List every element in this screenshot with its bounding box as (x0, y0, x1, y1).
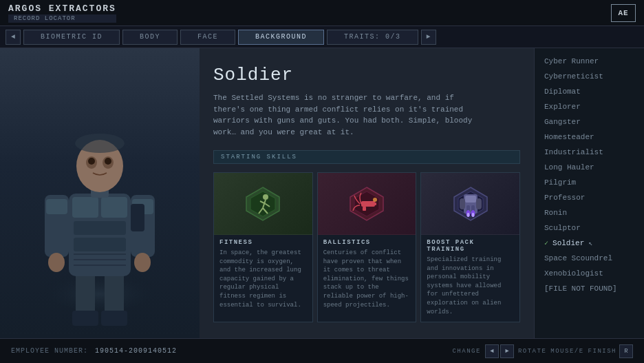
mouse-label: MOUSE/E (550, 348, 583, 355)
nav-right-arrow[interactable]: ► (421, 30, 436, 45)
info-panel: Soldier The Settled Systems is no strang… (200, 48, 534, 338)
record-locator: RECORD LOCATOR (8, 14, 116, 23)
employee-number-area: EMPLOYEE NUMBER: 190514-2009140512 (11, 347, 177, 355)
sidebar-label-xenobiologist: Xenobiologist (544, 269, 603, 278)
background-sidebar: Cyber Runner Cyberneticist Diplomat Expl… (534, 48, 644, 338)
change-left-btn[interactable]: ◄ (485, 344, 499, 358)
finish-label: FINISH (588, 348, 616, 355)
sidebar-label-cyber-runner: Cyber Runner (544, 57, 599, 65)
svg-rect-6 (72, 197, 98, 218)
svg-rect-52 (476, 198, 482, 209)
sidebar-item-cyber-runner[interactable]: Cyber Runner (535, 54, 644, 69)
sidebar-label-explorer: Explorer (544, 103, 581, 111)
skill-card-fitness: FITNESS In space, the greatest commodity… (213, 172, 313, 322)
top-bar: ARGOS EXTRACTORS RECORD LOCATOR AE (0, 0, 644, 26)
sidebar-label-industrialist: Industrialist (544, 148, 603, 156)
svg-point-16 (75, 134, 125, 153)
company-name: ARGOS EXTRACTORS (8, 3, 116, 14)
svg-point-21 (48, 253, 65, 272)
cursor-icon: ↖ (588, 239, 592, 247)
sidebar-item-pilgrim[interactable]: Pilgrim (535, 175, 644, 190)
skill-icon-ballistics (318, 173, 416, 235)
svg-rect-9 (74, 238, 126, 251)
nav-bar: ◄ BIOMETRIC ID BODY FACE BACKGROUND TRAI… (0, 26, 644, 48)
ballistics-skill-icon (347, 185, 386, 223)
skill-body-boost: BOOST PACK TRAINING Specialized training… (421, 235, 519, 322)
sidebar-item-file-not-found[interactable]: [FILE NOT FOUND] (535, 281, 644, 296)
sidebar-label-diplomat: Diplomat (544, 87, 581, 96)
sidebar-label-ronin: Ronin (544, 209, 567, 217)
sidebar-label-space-scoundrel: Space Scoundrel (544, 254, 612, 262)
sidebar-item-xenobiologist[interactable]: Xenobiologist (535, 266, 644, 281)
svg-point-15 (105, 158, 111, 165)
sidebar-item-cyberneticist[interactable]: Cyberneticist (535, 69, 644, 84)
sidebar-item-ronin[interactable]: Ronin (535, 205, 644, 220)
sidebar-item-long-hauler[interactable]: Long Hauler (535, 160, 644, 175)
tab-face[interactable]: FACE (180, 30, 235, 45)
nav-left-arrow[interactable]: ◄ (6, 30, 21, 45)
main-content: Soldier The Settled Systems is no strang… (0, 48, 644, 338)
sidebar-label-gangster: Gangster (544, 118, 581, 126)
change-buttons: ◄ ► (485, 344, 514, 358)
skill-name-fitness: FITNESS (219, 239, 307, 246)
sidebar-label-professor: Professor (544, 194, 585, 202)
svg-point-49 (466, 213, 469, 217)
svg-rect-7 (101, 197, 127, 218)
tab-body[interactable]: BODY (122, 30, 178, 45)
ae-logo: AE (611, 4, 636, 22)
skill-desc-boost: Specialized training and innovations in … (427, 256, 514, 316)
skill-desc-ballistics: Centuries of conflict have proven that w… (323, 249, 411, 309)
finish-btn[interactable]: R (619, 344, 633, 358)
sidebar-label-long-hauler: Long Hauler (544, 163, 594, 172)
tab-biometric-id[interactable]: BIOMETRIC ID (23, 30, 120, 45)
sidebar-label-file-not-found: [FILE NOT FOUND] (544, 284, 617, 293)
rotate-label: ROTATE (518, 348, 546, 355)
sidebar-item-homesteader[interactable]: Homesteader (535, 129, 644, 145)
tab-traits[interactable]: TRAITS: 0/3 (327, 30, 418, 45)
skill-name-ballistics: BALLISTICS (323, 239, 411, 246)
bottom-bar: EMPLOYEE NUMBER: 190514-2009140512 CHANG… (0, 338, 644, 363)
sidebar-item-soldier[interactable]: ✓ Soldier ↖ (535, 236, 644, 251)
svg-rect-44 (465, 196, 476, 203)
sidebar-item-sculptor[interactable]: Sculptor (535, 220, 644, 236)
svg-point-22 (134, 253, 151, 272)
svg-rect-8 (74, 221, 126, 235)
svg-rect-23 (131, 204, 144, 231)
sidebar-label-pilgrim: Pilgrim (544, 178, 576, 187)
skill-icon-boost (421, 173, 519, 235)
sidebar-item-professor[interactable]: Professor (535, 190, 644, 205)
sidebar-label-sculptor: Sculptor (544, 224, 581, 232)
skill-body-ballistics: BALLISTICS Centuries of conflict have pr… (318, 235, 416, 315)
selected-check-icon: ✓ (544, 239, 548, 247)
tab-background[interactable]: BACKGROUND (238, 30, 324, 45)
svg-point-29 (263, 194, 268, 200)
background-title: Soldier (213, 65, 520, 85)
skills-grid: FITNESS In space, the greatest commodity… (213, 172, 520, 322)
change-label: CHANGE (452, 348, 480, 355)
boost-skill-icon (451, 185, 490, 223)
change-right-btn[interactable]: ► (500, 344, 514, 358)
skill-name-boost: BOOST PACK TRAINING (427, 239, 514, 253)
sidebar-item-industrialist[interactable]: Industrialist (535, 145, 644, 160)
fitness-skill-icon (244, 185, 282, 223)
svg-rect-39 (363, 207, 366, 211)
employee-label: EMPLOYEE NUMBER: (11, 347, 88, 355)
background-description: The Settled Systems is no stranger to wa… (213, 92, 475, 138)
svg-point-40 (373, 198, 377, 202)
sidebar-label-soldier: Soldier (552, 239, 584, 247)
bottom-controls: CHANGE ◄ ► ROTATE MOUSE/E FINISH R (452, 344, 633, 358)
skills-header: STARTING SKILLS (213, 150, 520, 164)
skill-desc-fitness: In space, the greatest commodity is oxyg… (219, 249, 307, 309)
svg-point-14 (88, 158, 95, 165)
svg-rect-19 (46, 199, 67, 214)
svg-rect-38 (372, 203, 376, 205)
sidebar-item-space-scoundrel[interactable]: Space Scoundrel (535, 251, 644, 266)
sidebar-item-explorer[interactable]: Explorer (535, 99, 644, 114)
character-panel (0, 48, 200, 338)
finish-button-group: FINISH R (588, 344, 633, 358)
skill-card-boost: BOOST PACK TRAINING Specialized training… (420, 172, 520, 322)
svg-rect-3 (72, 311, 98, 326)
sidebar-item-gangster[interactable]: Gangster (535, 114, 644, 129)
sidebar-label-homesteader: Homesteader (544, 133, 594, 141)
sidebar-item-diplomat[interactable]: Diplomat (535, 84, 644, 99)
